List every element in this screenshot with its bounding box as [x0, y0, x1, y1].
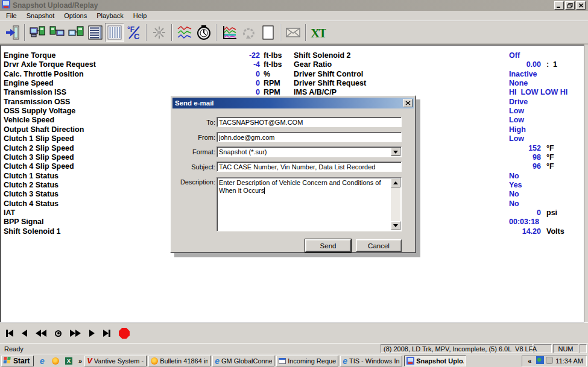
start-button[interactable]: Start — [1, 356, 34, 366]
menu-playback[interactable]: Playback — [92, 12, 128, 19]
internet-explorer-icon[interactable]: e — [37, 356, 47, 366]
parameter-value: 96 — [509, 162, 541, 171]
data-list-rows-icon[interactable] — [86, 23, 105, 42]
rewind-button[interactable] — [36, 330, 46, 337]
internet-explorer-icon: e — [215, 357, 220, 365]
step-forward-button[interactable] — [89, 330, 95, 337]
taskbar-button[interactable]: VVantive System -... — [84, 356, 147, 366]
from-field[interactable] — [217, 132, 402, 142]
tray-clock: 11:34 AM — [555, 357, 583, 365]
dialog-titlebar[interactable]: Send e-mail — [172, 98, 414, 108]
parameter-value: Low — [509, 134, 524, 143]
parameter-value: Inactive — [509, 70, 537, 78]
toolbar-separator — [280, 24, 281, 41]
parameter-value: High — [509, 125, 526, 134]
menu-file[interactable]: File — [1, 12, 22, 19]
taskbar-button[interactable]: Incoming Reques... — [276, 356, 338, 366]
tray-messenger-icon — [546, 356, 553, 366]
parameter-label: Shift Solenoid 2 — [294, 51, 350, 60]
blank-page-icon[interactable] — [258, 23, 277, 42]
status-pane-blank2 — [580, 344, 587, 353]
parameter-label: OSS Supply Voltage — [4, 107, 75, 115]
taskbar-button-label: GM GlobalConnec... — [221, 357, 272, 365]
parameter-value: None — [509, 79, 528, 87]
dropdown-arrow-icon[interactable] — [391, 148, 400, 156]
taskbar-button-label: Bulletin 41864 in ... — [160, 357, 208, 365]
skip-start-button[interactable] — [6, 330, 13, 337]
skip-end-button[interactable] — [103, 330, 110, 337]
parameter-unit: °F — [546, 162, 554, 171]
restore-button[interactable] — [565, 1, 575, 10]
taskbar-button[interactable]: Snapshot Uplo... — [404, 356, 466, 366]
parameter-value: 00:03:18 — [509, 218, 539, 226]
record-center-button[interactable] — [55, 330, 62, 337]
parameter-unit: ft-lbs — [264, 51, 282, 60]
parameter-label: Clutch 2 Slip Speed — [4, 144, 74, 152]
excel-icon[interactable]: X — [64, 356, 74, 366]
text-caret — [264, 187, 265, 194]
parameter-value: 0 — [209, 79, 260, 87]
tools-icon[interactable]: XT — [309, 23, 328, 42]
parameter-unit: Volts — [546, 227, 564, 236]
multi-graph-icon[interactable] — [220, 23, 239, 42]
menu-snapshot[interactable]: Snapshot — [22, 12, 59, 19]
send-button[interactable]: Send — [305, 239, 351, 252]
format-value: Snapshot (*.sur) — [219, 148, 267, 155]
parameter-label: Transmission ISS — [4, 88, 66, 96]
gauge-icon[interactable] — [194, 23, 213, 42]
parameter-label: Calc. Throttle Position — [4, 70, 84, 78]
parameter-unit: : 1 — [546, 60, 557, 69]
system-tray: « 11:34 AM — [522, 356, 587, 366]
parameter-value: 98 — [509, 153, 541, 162]
data-list-columns-icon[interactable] — [105, 23, 124, 42]
toolbar-separator — [305, 24, 306, 41]
taskbar-button[interactable]: Bulletin 41864 in ... — [148, 356, 210, 366]
toolbar: °FCXT — [0, 20, 588, 45]
parameter-label: BPP Signal — [4, 218, 43, 226]
parameter-value: HI LOW LOW HI — [509, 88, 567, 96]
subject-field[interactable] — [217, 162, 402, 172]
data-row: Engine Speed0RPMDriver Shift RequestNone — [1, 79, 583, 88]
exit-icon[interactable] — [2, 23, 22, 42]
description-field[interactable]: Enter Description of Vehicle Concern and… — [217, 177, 402, 231]
quick-launch-overflow[interactable]: » — [76, 357, 84, 365]
download-snapshot-icon[interactable] — [66, 23, 86, 42]
parameter-label: Transmission OSS — [4, 98, 70, 106]
upload-snapshot-icon[interactable] — [28, 23, 47, 42]
description-scrollbar[interactable] — [391, 178, 400, 230]
parameter-label: Driver Shift Request — [294, 79, 366, 87]
parameter-label: Gear Ratio — [294, 60, 332, 69]
app-titlebar[interactable]: Snapshot Upload/Replay — [0, 0, 588, 11]
parameter-label: Clutch 4 Slip Speed — [4, 162, 74, 171]
scroll-up-icon[interactable] — [391, 178, 400, 187]
data-row: Engine Torque-22ft-lbsShift Solenoid 2Of… — [1, 51, 583, 60]
email-icon[interactable] — [283, 23, 303, 42]
transfer-snapshot-icon[interactable] — [47, 23, 66, 42]
taskbar-button[interactable]: eGM GlobalConnec... — [212, 356, 274, 366]
line-graph-icon[interactable] — [175, 23, 194, 42]
status-vehicle-info: (8) 2008, LD Trk, MPV, Incomplete, (5) 6… — [381, 344, 533, 353]
fahrenheit-celsius-icon[interactable]: °FC — [124, 23, 144, 42]
tray-chevron[interactable]: « — [525, 357, 534, 365]
parameter-value: Low — [509, 107, 524, 115]
snapshot-app-icon — [406, 357, 414, 365]
parameter-value: Drive — [509, 98, 528, 106]
fast-forward-button[interactable] — [70, 330, 81, 337]
from-label: From: — [175, 134, 215, 141]
windows-flag-icon — [2, 356, 12, 366]
menu-help[interactable]: Help — [128, 12, 152, 19]
step-back-button[interactable] — [22, 330, 27, 337]
lotus-notes-icon[interactable] — [51, 356, 60, 366]
menu-options[interactable]: Options — [59, 12, 92, 19]
screen: Snapshot Upload/Replay FileSnapshotOptio… — [0, 0, 588, 367]
scroll-down-icon[interactable] — [391, 221, 400, 230]
close-button[interactable] — [576, 1, 586, 10]
minimize-button[interactable] — [554, 1, 564, 10]
taskbar-button[interactable]: eTIS - Windows In... — [340, 356, 402, 366]
to-field[interactable] — [217, 117, 402, 127]
replay-icon — [239, 23, 258, 42]
format-dropdown[interactable]: Snapshot (*.sur) — [217, 146, 402, 157]
stop-button[interactable] — [119, 328, 130, 339]
dialog-close-button[interactable] — [403, 99, 413, 107]
cancel-button[interactable]: Cancel — [356, 239, 402, 252]
